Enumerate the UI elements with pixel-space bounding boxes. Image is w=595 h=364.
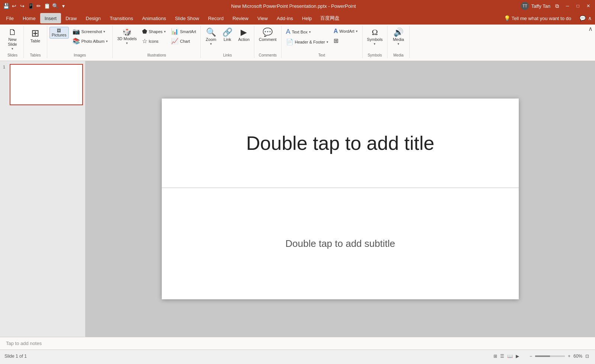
new-slide-dropdown-arrow: ▾ (12, 47, 13, 51)
slides-group-label: Slides (4, 53, 21, 57)
menu-file[interactable]: File (1, 13, 18, 23)
minimize-btn[interactable]: ─ (564, 2, 571, 10)
menu-insert[interactable]: Insert (40, 13, 61, 23)
menu-draw[interactable]: Draw (61, 13, 81, 23)
notes-bar[interactable]: Tap to add notes (0, 337, 595, 349)
ribbon-group-slides: 🗋 NewSlide ▾ Slides (1, 26, 24, 58)
view-slideshow-btn[interactable]: ▶ (514, 354, 521, 359)
file-icon[interactable]: 📋 (44, 3, 50, 9)
link-button[interactable]: 🔗 Link (219, 27, 235, 44)
text-group-label: Text (284, 53, 360, 57)
more-icon[interactable]: ▾ (60, 3, 66, 9)
media-button[interactable]: 🔊 Media ▾ (390, 27, 406, 47)
pictures-label: Pictures (52, 33, 67, 37)
slide-thumbnail-1[interactable] (10, 64, 83, 105)
action-icon: ▶ (241, 28, 247, 36)
wordart-dropdown-arrow: ▾ (356, 29, 358, 33)
symbols-group-label: Symbols (365, 53, 385, 57)
redo-icon[interactable]: ↪ (19, 3, 25, 9)
comments-btn[interactable]: 💬 (579, 15, 586, 22)
restore-window-btn[interactable]: ⧉ (553, 2, 561, 10)
pen-icon[interactable]: ✏ (36, 3, 42, 9)
username-label: Taffy Tan (531, 3, 550, 9)
undo-icon[interactable]: ↩ (11, 3, 17, 9)
avatar: TT (521, 2, 529, 10)
menu-view[interactable]: View (253, 13, 272, 23)
shapes-button[interactable]: ⬟ Shapes ▾ (140, 27, 168, 36)
chart-button[interactable]: 📈 Chart (169, 36, 198, 46)
symbols-label: Symbols (367, 37, 383, 42)
menu-transitions[interactable]: Transitions (105, 13, 138, 23)
screenshot-icon: 📷 (73, 28, 80, 35)
icons-label: Icons (149, 39, 158, 44)
link-label: Link (223, 37, 231, 42)
menu-baidu[interactable]: 百度网盘 (316, 13, 343, 23)
title-text: New Microsoft PowerPoint Presentation.pp… (231, 3, 356, 9)
ribbon-collapse-btn[interactable]: ∧ (586, 15, 594, 22)
comments-group-label: Comments (257, 53, 279, 57)
ribbon-collapse-button[interactable]: ∧ (588, 25, 593, 32)
slide-subtitle-text: Double tap to add subtitle (286, 238, 395, 249)
new-slide-label: NewSlide (8, 37, 17, 47)
menu-design[interactable]: Design (81, 13, 105, 23)
action-button[interactable]: ▶ Action (236, 27, 252, 44)
zoom-out-btn[interactable]: − (528, 354, 534, 359)
menu-bar: File Home Insert Draw Design Transitions… (0, 12, 595, 25)
tell-me-icon: 💡 (504, 15, 510, 21)
3d-models-button[interactable]: 🎲 3D Models ▾ (115, 27, 139, 46)
tell-me-text: Tell me what you want to do (512, 16, 571, 21)
view-reading-btn[interactable]: 📖 (506, 354, 514, 359)
text-box-dropdown-arrow: ▾ (309, 30, 311, 34)
comment-button[interactable]: 💬 Comment (257, 27, 279, 44)
view-outline-btn[interactable]: ☰ (499, 354, 506, 359)
media-icon: 🔊 (393, 28, 403, 36)
menu-slideshow[interactable]: Slide Show (170, 13, 203, 23)
photo-album-dropdown-arrow: ▾ (106, 39, 108, 43)
more-text-button[interactable]: ⊞ (331, 36, 360, 45)
screenshot-label: Screenshot (81, 29, 102, 34)
user-area[interactable]: TT Taffy Tan (521, 2, 550, 10)
tables-group-label: Tables (26, 53, 45, 57)
find-icon[interactable]: 🔍 (52, 3, 58, 9)
zoom-level: 60% (572, 354, 584, 359)
menu-review[interactable]: Review (228, 13, 253, 23)
menu-animations[interactable]: Animations (138, 13, 170, 23)
zoom-in-btn[interactable]: + (566, 354, 572, 359)
table-button[interactable]: ⊞ Table (26, 27, 45, 45)
menu-home[interactable]: Home (18, 13, 40, 23)
screenshot-button[interactable]: 📷 Screenshot ▾ (70, 27, 110, 36)
menu-addins[interactable]: Add-ins (272, 13, 298, 23)
menu-record[interactable]: Record (203, 13, 228, 23)
table-label: Table (30, 39, 40, 44)
fit-slide-btn[interactable]: ⊡ (584, 354, 591, 359)
close-btn[interactable]: ✕ (585, 2, 592, 10)
text-box-button[interactable]: A Text Box ▾ (284, 27, 331, 37)
ribbon: 🗋 NewSlide ▾ Slides ⊞ Table Tables 🖼 (0, 25, 595, 61)
new-slide-icon: 🗋 (9, 28, 17, 36)
symbols-icon: Ω (372, 28, 378, 36)
zoom-button[interactable]: 🔍 Zoom ▾ (203, 27, 219, 47)
icons-icon: ☆ (142, 38, 147, 45)
photo-album-button[interactable]: 📚 Photo Album ▾ (70, 36, 110, 46)
icons-button[interactable]: ☆ Icons (140, 36, 168, 46)
action-label: Action (238, 37, 250, 42)
slide-title-box[interactable]: Double tap to add title (162, 99, 519, 188)
pictures-button[interactable]: 🖼 Pictures (49, 27, 69, 39)
header-footer-button[interactable]: 📄 Header & Footer ▾ (284, 37, 331, 46)
slide-subtitle-box[interactable]: Double tap to add subtitle (162, 188, 519, 299)
wordart-button[interactable]: A WordArt ▾ (331, 27, 360, 36)
symbols-button[interactable]: Ω Symbols ▾ (365, 27, 385, 47)
ribbon-group-comments: 💬 Comment Comments (254, 26, 282, 58)
menu-help[interactable]: Help (298, 13, 316, 23)
maximize-btn[interactable]: □ (574, 2, 582, 10)
links-group-label: Links (203, 53, 252, 57)
view-normal-btn[interactable]: ⊞ (492, 354, 499, 359)
header-footer-label: Header & Footer (295, 40, 325, 44)
new-slide-button[interactable]: 🗋 NewSlide ▾ (5, 27, 20, 52)
save-icon[interactable]: 💾 (3, 3, 9, 9)
tablet-icon[interactable]: 📱 (28, 3, 33, 9)
tell-me-area[interactable]: 💡 Tell me what you want to do (504, 15, 571, 21)
smartart-button[interactable]: 📊 SmartArt (169, 27, 198, 36)
header-footer-dropdown-arrow: ▾ (327, 40, 328, 44)
zoom-slider[interactable] (535, 355, 565, 357)
